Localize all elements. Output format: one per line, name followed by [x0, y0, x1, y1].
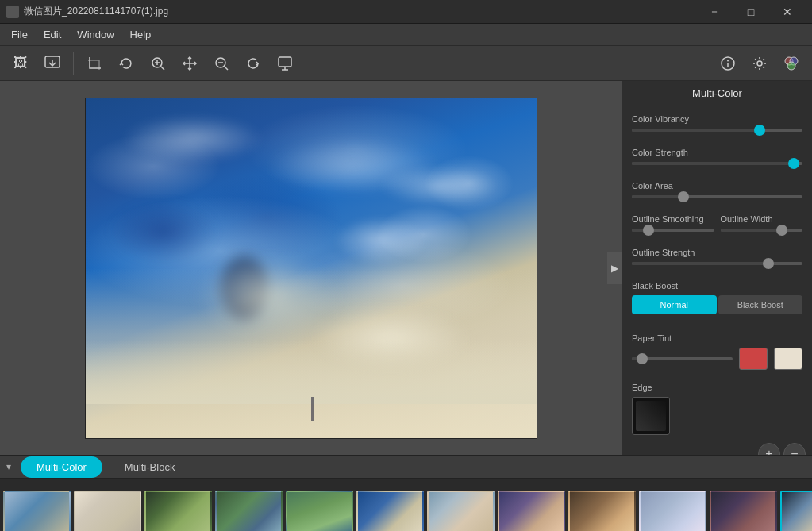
right-panel: Multi-Color Color Vibrancy Color Strengt… [622, 81, 812, 455]
toolbar: 🖼 [0, 46, 812, 81]
add-effect-button[interactable]: + [758, 443, 780, 455]
crop-tool-button[interactable] [80, 49, 109, 78]
list-item[interactable]: Landscape 2 [144, 491, 212, 532]
color-strength-section: Color Strength [622, 140, 812, 173]
image-preview [0, 81, 622, 455]
panel-title: Multi-Color [622, 81, 812, 106]
list-item[interactable]: Portrait [568, 491, 636, 532]
edge-label: Edge [632, 383, 802, 392]
close-button[interactable]: ✕ [769, 0, 806, 24]
outline-strength-section: Outline Strength [622, 240, 812, 273]
paper-tint-slider[interactable] [632, 357, 733, 360]
main-area: ▶ Multi-Color Color Vibrancy Color Stren… [0, 81, 812, 455]
maximize-button[interactable]: □ [733, 0, 769, 24]
color-vibrancy-label: Color Vibrancy [632, 114, 802, 124]
pan-tool-button[interactable] [175, 49, 204, 78]
cream-swatch[interactable] [774, 348, 802, 370]
color-strength-slider[interactable] [632, 162, 802, 165]
filmstrip: Fluid Detail Graph Paper Landscape 2 Lan… [0, 479, 812, 531]
color-strength-label: Color Strength [632, 148, 802, 157]
normal-boost-button[interactable]: Normal [632, 295, 717, 314]
menu-bar: File Edit Window Help [0, 24, 812, 46]
settings-tool-button[interactable] [745, 49, 774, 78]
outline-width-col: Outline Width [721, 214, 803, 235]
menu-edit[interactable]: Edit [36, 25, 69, 44]
color-strength-slider-row [632, 162, 802, 165]
svg-point-16 [727, 60, 729, 61]
paper-tint-label: Paper Tint [632, 333, 802, 343]
effects-tool-button[interactable] [777, 49, 806, 78]
info-tool-button[interactable] [714, 49, 742, 78]
list-item[interactable]: Strong Color [710, 491, 777, 532]
svg-line-3 [161, 66, 165, 70]
panel-toggle-button[interactable]: ▶ [607, 252, 622, 284]
list-item[interactable]: Painting [356, 491, 424, 532]
filmstrip-thumb-nature [286, 491, 353, 532]
zoom-out-tool-button[interactable] [207, 49, 236, 78]
window-controls: － □ ✕ [696, 0, 806, 24]
chevron-down-icon[interactable]: ▾ [0, 458, 17, 475]
list-item[interactable]: Strong Outline [780, 491, 812, 532]
red-swatch[interactable] [739, 348, 768, 370]
color-vibrancy-slider-row [632, 129, 802, 132]
canvas-area: ▶ [0, 81, 622, 455]
toolbar-separator-1 [73, 52, 74, 75]
filmstrip-thumb-fluid [3, 491, 71, 532]
import-tool-button[interactable] [38, 49, 67, 78]
menu-window[interactable]: Window [69, 25, 121, 44]
outline-smoothing-slider[interactable] [632, 229, 714, 232]
black-boost-buttons: Normal Black Boost [632, 295, 802, 314]
remove-effect-button[interactable]: − [783, 443, 806, 455]
filmstrip-thumb-portrait [568, 491, 636, 532]
black-boost-button[interactable]: Black Boost [718, 295, 803, 314]
outline-smoothing-col: Outline Smoothing [632, 214, 714, 235]
color-area-slider[interactable] [632, 195, 802, 198]
image-tool-button[interactable]: 🖼 [6, 49, 35, 78]
painted-image [85, 98, 537, 439]
list-item[interactable]: Landscape [215, 491, 283, 532]
svg-rect-11 [279, 57, 291, 67]
filmstrip-thumb-strong [710, 491, 777, 532]
filmstrip-thumb-people [427, 491, 495, 532]
redo-tool-button[interactable] [239, 49, 267, 78]
list-item[interactable]: Fluid Detail [3, 491, 71, 532]
menu-help[interactable]: Help [122, 25, 160, 44]
edge-preview[interactable] [632, 397, 670, 435]
sky-canvas [85, 98, 537, 439]
color-vibrancy-slider[interactable] [632, 129, 802, 132]
list-item[interactable]: Portrait - Canvas [498, 491, 565, 532]
zoom-in-tool-button[interactable] [144, 49, 172, 78]
black-boost-section: Black Boost Normal Black Boost [622, 273, 812, 325]
svg-line-9 [225, 66, 229, 70]
list-item[interactable]: Soft Color [639, 491, 706, 532]
filmstrip-thumb-portrait-canvas [498, 491, 565, 532]
list-item[interactable]: People [427, 491, 495, 532]
window-title: 微信图片_20220811141707(1).jpg [24, 5, 696, 18]
rotate-tool-button[interactable] [112, 49, 140, 78]
outline-section: Outline Smoothing Outline Width [622, 206, 812, 240]
color-vibrancy-section: Color Vibrancy [622, 106, 812, 140]
black-boost-label: Black Boost [632, 281, 802, 291]
outline-width-slider[interactable] [721, 229, 803, 232]
tab-multi-block[interactable]: Multi-Block [109, 456, 191, 478]
app-icon [6, 6, 19, 18]
svg-point-17 [757, 61, 762, 66]
outline-strength-slider[interactable] [632, 262, 802, 265]
tab-multi-color[interactable]: Multi-Color [21, 456, 102, 478]
export-tool-button[interactable] [271, 49, 299, 78]
edge-section: Edge [622, 375, 812, 440]
outline-smoothing-label: Outline Smoothing [632, 214, 714, 224]
edge-row [632, 397, 802, 435]
menu-file[interactable]: File [3, 25, 36, 44]
list-item[interactable]: Nature [286, 491, 353, 532]
svg-point-20 [787, 62, 795, 70]
title-bar: 微信图片_20220811141707(1).jpg － □ ✕ [0, 0, 812, 24]
outline-width-label: Outline Width [721, 214, 803, 224]
minimize-button[interactable]: － [696, 0, 733, 24]
filmstrip-thumb-graph [74, 491, 141, 532]
filmstrip-thumb-soft [639, 491, 706, 532]
filmstrip-thumb-landscape2 [144, 491, 212, 532]
outline-strength-slider-row [632, 262, 802, 265]
list-item[interactable]: Graph Paper [74, 491, 141, 532]
outline-strength-label: Outline Strength [632, 248, 802, 257]
